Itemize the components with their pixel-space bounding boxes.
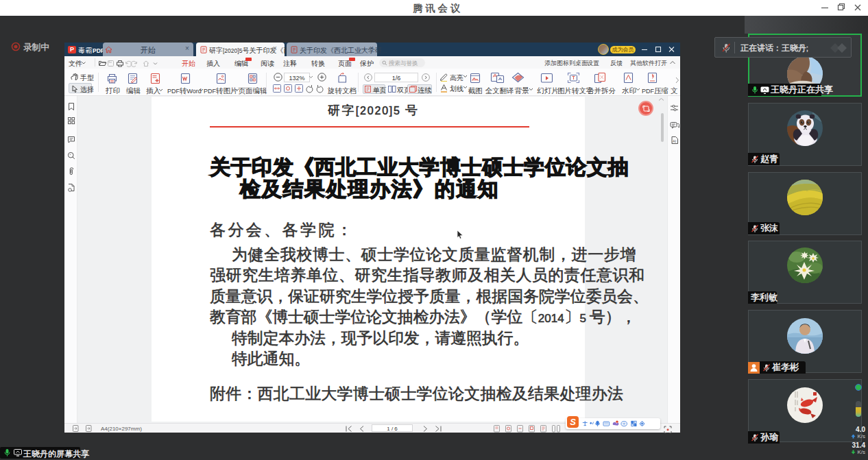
svg-text:AI: AI <box>673 139 677 143</box>
